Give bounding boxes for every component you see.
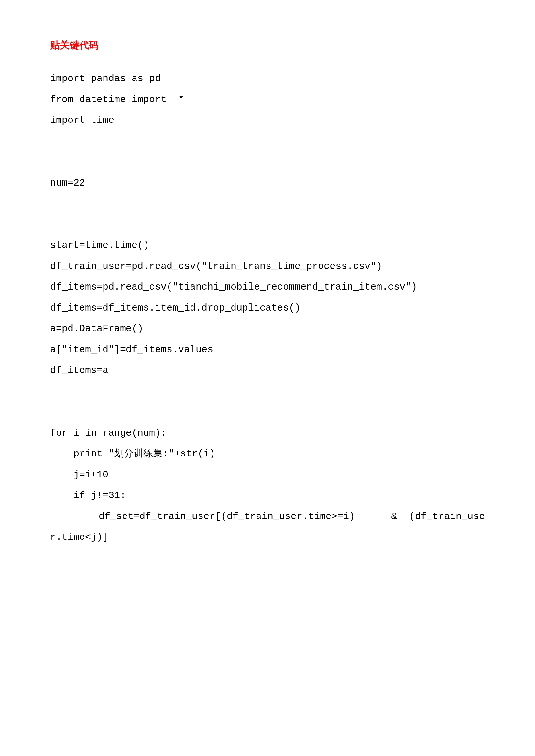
- section-heading: 贴关键代码: [50, 39, 485, 52]
- code-content: import pandas as pd from datetime import…: [50, 68, 485, 548]
- document-page: 贴关键代码 import pandas as pd from datetime …: [0, 0, 535, 756]
